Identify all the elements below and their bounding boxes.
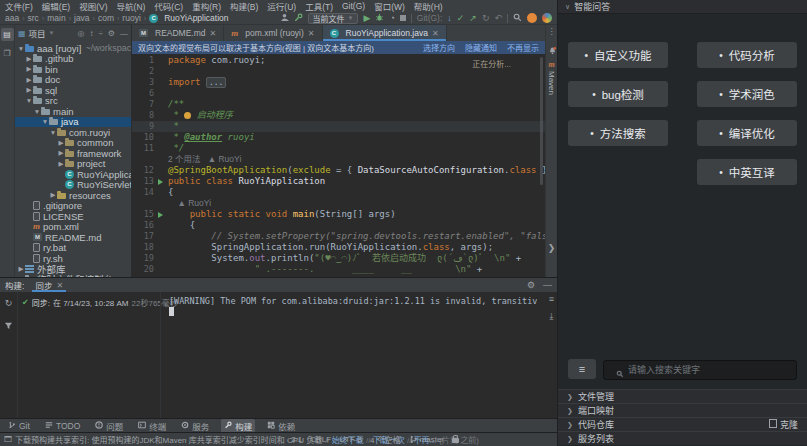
code-vision-inlay[interactable]: ▲ RuoYi [168,198,211,208]
notifications-bell-icon[interactable] [548,41,557,59]
maven-tool-tab[interactable]: m Maven [546,59,557,95]
line-ending[interactable]: CRLF [310,435,331,444]
tree-item-resources[interactable]: ▶resources [15,190,131,201]
user-icon[interactable] [280,13,289,24]
gear-icon[interactable]: ⚙ [527,280,535,290]
close-icon[interactable]: ✕ [308,29,315,38]
collapse-all-icon[interactable]: ÷ [98,29,102,38]
tree-item-bin[interactable]: ▶bin [15,64,131,75]
menu-item[interactable]: 重构(R) [192,0,221,12]
chevron-expanded-icon[interactable]: ▼ [17,45,25,52]
close-icon[interactable]: ✕ [432,29,439,38]
code-vision-inlay[interactable]: 2 个用法 ▲ RuoYi [168,154,241,164]
more-options-icon[interactable]: ⋮ [546,27,557,36]
assistant-button-bug检测[interactable]: •bug检测 [568,81,668,107]
chevron-expanded-icon[interactable]: ▼ [25,97,33,104]
chevron-collapsed-icon[interactable]: ▶ [25,55,33,63]
tree-item-aaa-ruoyi-[interactable]: ▼aaa [ruoyi]~/workspace/aaa [15,43,131,54]
chevron-expanded-icon[interactable]: ▼ [41,118,49,125]
file-encoding[interactable]: UTF-8 [339,435,362,444]
menu-item[interactable]: 窗口(W) [374,0,405,12]
tree-item-java[interactable]: ▼java [15,117,131,128]
breadcrumb-item[interactable]: java [74,13,90,23]
tree-item-doc[interactable]: ▶doc [15,75,131,86]
toolwindow-terminal[interactable]: 终端 [135,419,169,433]
assistant-button-自定义功能[interactable]: •自定义功能 [568,42,668,68]
menu-item[interactable]: 视图(V) [79,0,107,12]
debug-button[interactable] [375,13,384,24]
git-rollback-icon[interactable]: ↶ [494,13,502,23]
menu-item[interactable]: 文件(F) [5,0,33,12]
banner-link[interactable]: 隐藏通知 [465,42,497,53]
tree-item-license[interactable]: LICENSE [15,211,131,222]
plugin-icon-orange[interactable] [527,13,537,23]
menu-item[interactable]: 构建(B) [230,0,258,12]
run-config-select[interactable]: 当前文件▼ [308,13,359,24]
code-editor[interactable]: 1package com.ruoyi;23import ...67/**8 * … [132,54,545,277]
chevron-collapsed-icon[interactable]: ▶ [57,139,65,147]
breadcrumb-item[interactable]: src [28,13,39,23]
run-gutter-icon[interactable] [154,212,166,218]
tree-item-main[interactable]: ▼main [15,106,131,117]
tree-item-.github[interactable]: ▶.github [15,54,131,65]
menu-item[interactable]: 工具(T) [305,0,333,12]
git-update-button[interactable]: ↓ [447,13,452,23]
breadcrumb-item[interactable]: aaa [5,13,19,23]
commit-stripe-icon[interactable]: ❐ [1,47,14,60]
chevron-collapsed-icon[interactable]: ▶ [25,86,33,94]
close-icon[interactable]: ✕ [210,29,217,38]
chevron-collapsed-icon[interactable]: ▶ [25,76,33,84]
locate-file-icon[interactable]: ◎ [77,29,84,38]
tree-item-project[interactable]: ▶project [15,159,131,170]
menu-item[interactable]: 运行(U) [267,0,296,12]
breadcrumb-item[interactable]: com [98,13,114,23]
tree-item-src[interactable]: ▼src [15,96,131,107]
hamburger-menu-icon[interactable]: ≡ [568,359,596,379]
menu-item[interactable]: Git(G) [342,1,365,11]
tree-item-ruoyiapplication[interactable]: CRuoYiApplication [15,169,131,180]
menu-item[interactable]: 导航(N) [117,0,146,12]
search-everywhere-icon[interactable] [513,13,522,24]
close-icon[interactable]: ✕ [56,281,63,290]
menu-item[interactable]: 编辑(E) [42,0,70,12]
tree-item-sql[interactable]: ▶sql [15,85,131,96]
run-gutter-icon[interactable] [154,179,166,185]
chevron-collapsed-icon[interactable]: ▶ [25,65,33,73]
assistant-header[interactable]: ∨ 智能问答 [558,0,807,14]
expand-panel-chevron-icon[interactable]: ❯ [546,243,557,253]
expand-all-icon[interactable]: ↕ [89,29,93,38]
editor-tab-ruoyiapplication.java[interactable]: CRuoYiApplication.java✕ [323,25,447,41]
menu-item[interactable]: 代码(C) [154,0,183,12]
git-push-button[interactable]: ↗ [469,13,477,23]
build-sync-tab[interactable]: 同步✕ [32,278,66,292]
chevron-expanded-icon[interactable]: ▼ [33,108,41,115]
clone-button[interactable]: 克隆 [771,418,798,431]
tree-item-ry.bat[interactable]: ry.bat [15,243,131,254]
scroll-to-end-icon[interactable]: ⤓ [549,311,553,322]
sync-status-row[interactable]: ✔ 同步: 在 7/14/23, 10:28 AM 22秒765毫秒 [18,292,160,308]
toolwindow-services[interactable]: 服务 [178,419,212,433]
chevron-expanded-icon[interactable]: ▼ [49,129,57,136]
breadcrumb-item[interactable]: CRuoYiApplication [149,13,228,23]
chevron-collapsed-icon[interactable]: ▶ [57,149,65,157]
resync-icon[interactable]: ↻ [5,298,13,308]
menu-item[interactable]: 帮助(H) [414,0,443,12]
section-代码仓库[interactable]: ❯代码仓库克隆 [558,417,807,431]
chevron-collapsed-icon[interactable]: ▶ [49,191,57,199]
tree-item-common[interactable]: ▶common [15,138,131,149]
toolwindow-dependencies[interactable]: 依赖 [264,419,298,433]
assistant-button-编译优化[interactable]: •编译优化 [697,120,797,146]
breadcrumb-item[interactable]: ruoyi [122,13,140,23]
toolwindow-build[interactable]: 构建 [221,419,255,433]
section-端口映射[interactable]: ❯端口映射 [558,403,807,417]
run-button[interactable]: ▶ [363,13,370,23]
tree-item-.gitignore[interactable]: .gitignore [15,201,131,212]
git-commit-button[interactable]: ✓ [457,13,465,23]
tree-item-ry.sh[interactable]: ry.sh [15,253,131,264]
tree-item-外部库[interactable]: ▶外部库 [15,264,131,275]
tree-item-ruoyiservletinitializer[interactable]: CRuoYiServletInitializer [15,180,131,191]
plugin-icon-colored[interactable] [542,13,552,23]
build-hammer-icon[interactable] [294,13,303,24]
project-stripe-icon[interactable]: ▤ [1,28,14,41]
assistant-button-方法搜索[interactable]: •方法搜索 [568,120,668,146]
